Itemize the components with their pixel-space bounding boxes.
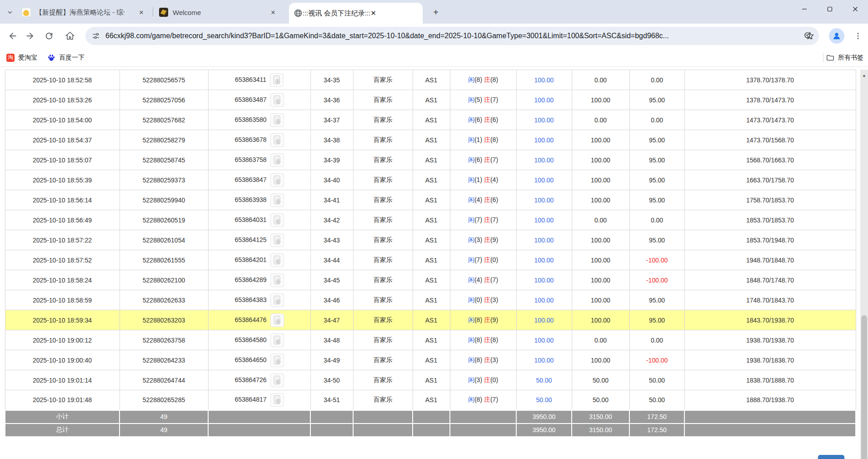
- record-detail-icon[interactable]: [270, 93, 284, 107]
- bookmark-star-icon[interactable]: [803, 30, 816, 42]
- reload-icon[interactable]: [43, 30, 55, 42]
- cell-result: 95.00: [629, 310, 684, 330]
- cell-bet-amount: 100.00: [516, 110, 572, 130]
- window-minimize-button[interactable]: [792, 0, 817, 18]
- scrollbar-thumb[interactable]: [861, 315, 867, 459]
- banker-label: 庄: [484, 296, 490, 303]
- cell-result: -100.00: [629, 250, 684, 270]
- summary-cell: 总计: [5, 424, 120, 437]
- bet-record-table: 2025-10-10 18:52:58522880256575653863411…: [5, 70, 856, 437]
- tab-close-icon[interactable]: ✕: [268, 7, 278, 17]
- cell-balance: 1838.70/1888.70: [684, 370, 856, 390]
- table-row[interactable]: 2025-10-10 18:56:49522880260519653864031…: [5, 210, 856, 230]
- summary-cell: 172.50: [629, 410, 684, 424]
- summary-row-total: 总计493950.003150.00172.50: [5, 424, 856, 437]
- tab-welcome[interactable]: Welcome ✕: [155, 4, 283, 21]
- table-row[interactable]: 2025-10-10 18:57:52522880261555653864201…: [5, 250, 856, 270]
- cell-round-no: 34-45: [310, 270, 353, 290]
- all-bookmarks-button[interactable]: 所有书签: [826, 51, 863, 64]
- table-row[interactable]: 2025-10-10 19:00:40522880264233653864650…: [5, 350, 856, 370]
- browser-menu-kebab-icon[interactable]: [852, 30, 864, 42]
- back-icon[interactable]: [6, 30, 19, 42]
- player-label: 闲: [468, 376, 474, 383]
- folder-icon: [826, 54, 834, 62]
- record-detail-icon[interactable]: [270, 353, 284, 367]
- page-scrollbar[interactable]: ▲: [860, 70, 868, 459]
- cell-time: 2025-10-10 18:52:58: [5, 70, 120, 90]
- table-row[interactable]: 2025-10-10 18:53:26522880257056653863487…: [5, 90, 856, 110]
- record-detail-icon[interactable]: [270, 233, 284, 247]
- table-row[interactable]: 2025-10-10 19:01:48522880265285653864817…: [5, 390, 856, 410]
- tab-forum[interactable]: 【新提醒】海燕策略论坛 - 综合 ✕: [17, 4, 151, 21]
- cell-game: 百家乐: [353, 350, 413, 370]
- table-row[interactable]: 2025-10-10 19:01:14522880264744653864726…: [5, 370, 856, 390]
- site-info-tune-icon[interactable]: [92, 32, 100, 40]
- record-detail-icon[interactable]: [270, 153, 284, 167]
- record-detail-icon[interactable]: [270, 273, 284, 287]
- cell-game: 百家乐: [353, 270, 413, 290]
- cell-time: 2025-10-10 18:55:07: [5, 150, 120, 170]
- cell-detail: 闲(8) 庄(8): [450, 330, 516, 350]
- cell-round-no: 34-36: [310, 90, 353, 110]
- floating-action-button[interactable]: [818, 455, 844, 459]
- banker-label: 庄: [484, 116, 490, 123]
- table-row[interactable]: 2025-10-10 18:59:34522880263203653864476…: [5, 310, 856, 330]
- record-detail-icon[interactable]: [270, 173, 284, 187]
- tab-close-icon[interactable]: ✕: [136, 7, 146, 17]
- table-row[interactable]: 2025-10-10 18:54:37522880258279653863678…: [5, 130, 856, 150]
- record-detail-icon[interactable]: [270, 393, 284, 407]
- url-text[interactable]: 66cxkj98.com/game/betrecord_search/kind3…: [105, 32, 799, 40]
- home-icon[interactable]: [64, 30, 76, 42]
- record-detail-icon[interactable]: [270, 213, 284, 227]
- bookmark-label: 爱淘宝: [18, 54, 37, 62]
- tab-close-icon[interactable]: ✕: [370, 9, 376, 17]
- table-row[interactable]: 2025-10-10 18:54:00522880257682653863580…: [5, 110, 856, 130]
- cell-bet-amount: 100.00: [516, 70, 572, 90]
- record-detail-icon[interactable]: [270, 293, 284, 307]
- cell-time: 2025-10-10 18:56:49: [5, 210, 120, 230]
- cell-result: 95.00: [629, 130, 684, 150]
- record-detail-icon[interactable]: [270, 313, 284, 327]
- window-close-button[interactable]: [843, 0, 868, 18]
- cell-bet-amount: 100.00: [516, 290, 572, 310]
- table-row[interactable]: 2025-10-10 18:55:39522880259373653863847…: [5, 170, 856, 190]
- record-detail-icon[interactable]: [270, 333, 284, 347]
- cell-valid-amount: 50.00: [572, 370, 629, 390]
- record-detail-icon[interactable]: [270, 73, 284, 87]
- player-label: 闲: [468, 136, 474, 143]
- cell-valid-amount: 100.00: [572, 90, 629, 110]
- record-detail-icon[interactable]: [270, 253, 284, 267]
- tab-bet-record-active[interactable]: :::视讯 会员下注纪录::: ✕: [289, 3, 423, 24]
- address-bar[interactable]: 66cxkj98.com/game/betrecord_search/kind3…: [85, 27, 819, 45]
- table-row[interactable]: 2025-10-10 19:00:12522880263758653864580…: [5, 330, 856, 350]
- table-row[interactable]: 2025-10-10 18:58:24522880262100653864289…: [5, 270, 856, 290]
- forward-icon[interactable]: [24, 30, 36, 42]
- record-detail-icon[interactable]: [270, 113, 284, 127]
- baidu-paw-icon: [47, 54, 55, 62]
- cell-bet-id: 522880261555: [120, 250, 208, 270]
- cell-time: 2025-10-10 18:54:00: [5, 110, 120, 130]
- record-detail-icon[interactable]: [270, 373, 284, 387]
- round-id-text: 653864476: [234, 316, 266, 323]
- cell-account: AS1: [413, 370, 450, 390]
- new-tab-button[interactable]: +: [430, 6, 442, 18]
- cell-detail: 闲(1) 庄(8): [450, 130, 516, 150]
- table-row[interactable]: 2025-10-10 18:58:59522880262633653864383…: [5, 290, 856, 310]
- cell-bet-id: 522880257056: [120, 90, 208, 110]
- tab-search-chevron-icon[interactable]: [4, 6, 16, 19]
- table-row[interactable]: 2025-10-10 18:57:22522880261054653864125…: [5, 230, 856, 250]
- table-row[interactable]: 2025-10-10 18:55:07522880258745653863758…: [5, 150, 856, 170]
- cell-time: 2025-10-10 18:54:37: [5, 130, 120, 150]
- record-detail-icon[interactable]: [270, 193, 284, 207]
- window-maximize-button[interactable]: [817, 0, 843, 18]
- table-row[interactable]: 2025-10-10 18:52:58522880256575653863411…: [5, 70, 856, 90]
- table-row[interactable]: 2025-10-10 18:56:14522880259940653863938…: [5, 190, 856, 210]
- scroll-up-arrow-icon[interactable]: ▲: [860, 71, 868, 79]
- bookmark-baidu[interactable]: 百度一下: [44, 51, 88, 64]
- cell-round-no: 34-47: [310, 310, 353, 330]
- profile-avatar[interactable]: [829, 28, 844, 44]
- record-detail-icon[interactable]: [270, 133, 284, 147]
- bookmark-aitaobao[interactable]: 淘 爱淘宝: [3, 51, 41, 64]
- cell-bet-id: 522880256575: [120, 70, 208, 90]
- cell-valid-amount: 100.00: [572, 190, 629, 210]
